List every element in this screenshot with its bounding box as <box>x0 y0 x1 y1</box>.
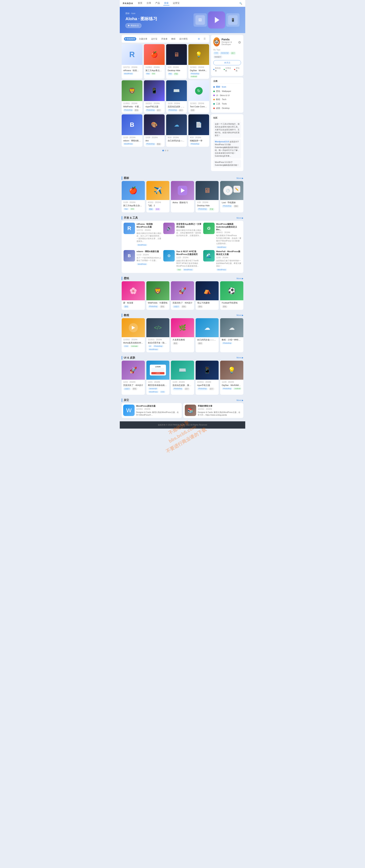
filter-tag-run[interactable]: 运行宝 <box>150 37 159 41</box>
ui-card-5[interactable]: 💡 11/20 · 2019年 DigStar · WinRAM主题 Photo… <box>220 361 243 395</box>
cat-wallpaper[interactable]: 壁纸 · Wallpaper <box>213 89 241 93</box>
card-desktop-hide[interactable]: 🖥 1/20 · 2018年 Desktop Hide Mac 开发 <box>166 44 187 79</box>
other-card-1[interactable]: W WordPress原创主题 12/24日 · 2018年 Designer … <box>122 403 182 418</box>
cat-ui[interactable]: UI · Skins & UI <box>213 93 241 97</box>
card-title: Desktop Hide <box>168 69 185 72</box>
ui-card-4[interactable]: 📱 10/20日 · 2018年 rtype手机主题 Photoshop 设计 <box>196 361 219 395</box>
card-digstar[interactable]: 💡 11/16日 · 2019年 DigStar · WinRAM主题 Phot… <box>189 44 209 79</box>
search-icon[interactable]: 🔍 <box>239 2 242 5</box>
icon-card-2[interactable]: ✈️ 4/10日 · 2019年 飞机 · 2 图标 插画 <box>146 181 170 212</box>
wallpaper-card-5[interactable]: ⚽ Football手机壁纸 壁纸 <box>220 281 243 310</box>
nav-home[interactable]: 首页 <box>137 1 143 5</box>
page-dot-2[interactable] <box>165 150 166 151</box>
filter-tag-theme[interactable]: 主题文章 <box>138 37 148 41</box>
nav-search[interactable]: 搜索 <box>163 1 169 5</box>
tutorial-card-5[interactable]: ☁ 教程：介绍一种特殊制方法 Photoshop <box>220 318 243 352</box>
dev-card-vue[interactable]: ⚙ Vue & REST API打造WordPress主题选项页 11/23 ·… <box>163 250 201 271</box>
tag: UI <box>148 345 152 347</box>
dev-card-voice[interactable]: 🔊 语音登录App效果之一文章开口说话 相信大家在11月份主题上线以后，没有足够… <box>163 223 201 249</box>
ui-more-link[interactable]: More ▶ <box>236 356 243 359</box>
tutorial-card-2[interactable]: </> 11/20日 · 2018年 前后式零开发《告二羊来》的设计... UI… <box>146 318 170 352</box>
ui-card-1-tags: UI设计 壁纸 <box>123 387 143 391</box>
card-arit[interactable]: 🎨 12/20 · 2018年 Arit Photoshop 图标 <box>144 114 165 147</box>
card-title: DigStar · WinRAM主题 <box>190 69 208 72</box>
filter-tag-dev[interactable]: 开发者 <box>160 37 169 41</box>
tag: 插画 <box>155 208 161 211</box>
other-card-2[interactable]: 📚 早期的博客文章 12/24日 · 2018年 Designer & Card… <box>183 403 243 418</box>
dev-card-waterfall[interactable]: 🌊 WaterFall · WordPress极致自定义主题 12/30 · 2… <box>203 250 241 271</box>
nav-yybao[interactable]: 运营宝 <box>172 1 180 5</box>
tag: Photoshop <box>197 208 208 211</box>
other-more-link[interactable]: More ▶ <box>236 399 243 402</box>
tutorial-card-3[interactable]: 🌿 大龙果实教程 教程 <box>171 318 194 352</box>
dev-card-nirvana[interactable]: R niRvana · 轻拟物WordPress主题 12/17日 · 2018… <box>124 223 162 249</box>
card-paper[interactable]: 📄 4/10 · 2018年 纸幅架拼一举 Photoshop <box>189 114 209 147</box>
filter-tag-design[interactable]: 设计师范 <box>178 37 189 41</box>
dev-card-gutenberg[interactable]: G WordPress编辑器Gutenberg创意自定义Blo... 09/30… <box>203 223 241 249</box>
filter-tag-tutorial[interactable]: 教程 <box>170 37 176 41</box>
dev-card-reborn[interactable]: B reborn · 博客&相册主题 11/10 · 2018年 花了一个多月时… <box>124 250 162 271</box>
page-dot-1[interactable] <box>162 150 164 151</box>
icon-card-1[interactable]: 🍎 11/26 · 2018年 第三方App青点击iOS12的Sidebar设计… <box>122 181 145 212</box>
card-title: 自己的同步盒——群晖Nas的开窗云... <box>168 139 185 142</box>
icon-card-1-date: 11/26 · 2018年 <box>123 201 143 204</box>
icon-card-lost[interactable]: 🕐 ✏️ Lost · 手机图标 Photoshop 图标 <box>220 181 243 212</box>
tutorial-card-1[interactable]: 12/20日 · 2018年 Aloha道具动画在Web上的实现 CSS Ani… <box>122 318 145 352</box>
icon-card-2-info: 4/10日 · 2019年 飞机 · 2 图标 插画 <box>146 200 170 212</box>
card-rtype[interactable]: 📱 10/20日 · 2018年 rtype手机主题 Photoshop 设计 <box>144 80 165 113</box>
tag: 设计 <box>184 388 190 390</box>
card-nirvana[interactable]: R 12/17日 · 2018年 niRvana · 轻拟物WordPress主… <box>122 44 142 79</box>
card-date: 11/16日 · 2019年 <box>190 102 208 105</box>
card-sync[interactable]: ☁ 9/10 · 2018年 自己的同步盒——群晖Nas的开窗云... <box>166 114 187 147</box>
dev-more-link[interactable]: More ▶ <box>236 217 243 219</box>
wallpaper-card-4[interactable]: ⛺ 雪山下的露营 壁纸 <box>196 281 219 310</box>
nav-share[interactable]: 分享 <box>146 1 152 5</box>
grid-view-button[interactable]: ⊞ <box>197 36 201 41</box>
ui-card-4-tags: Photoshop 设计 <box>197 387 217 391</box>
featured-card-grid: R 12/17日 · 2018年 niRvana · 轻拟物WordPress主… <box>122 44 209 147</box>
icon-card-dh[interactable]: 🖥 1/20 · 2018年 Desktop Hide Photoshop 开发 <box>196 181 219 212</box>
wallpaper-more-link[interactable]: More ▶ <box>236 277 243 280</box>
tutorial-card-4[interactable]: ☁ 自己的同步盒——群晖Nas的开窗云D... 教程 <box>196 318 219 352</box>
tag-icon: 图标 <box>156 143 161 146</box>
wallpaper-card-1[interactable]: 🌸 爱 · 有深度 壁纸 <box>122 281 145 310</box>
tutorial-more-link[interactable]: More ▶ <box>236 314 243 316</box>
wallpaper-card-2-info: WildFields · 卡通壁纸 Photoshop 壁纸 <box>146 300 170 310</box>
stat-dot-2 <box>224 69 225 70</box>
cat-dot-tutorial <box>213 99 215 100</box>
card-thirdparty[interactable]: 🍎 11/26日 · 2018年 第三方App青点击iOS12的Sidebar设… <box>144 44 165 79</box>
card-info-converter: 11/16日 · 2019年 Text Code Converter 流程 <box>189 101 209 113</box>
wallpaper-card-3[interactable]: 🚀 页面消失了 · 404设计 UI设计 壁纸 <box>171 281 194 310</box>
cat-tutorial[interactable]: 教程 · Tech <box>213 97 241 102</box>
card-liuhua[interactable]: ⌨️ 11/20 · 2018年 流花动态皮肤，搜狗输入法 Photoshop … <box>166 80 187 113</box>
ui-card-3[interactable]: ⌨️ 11/20 · 2018年 流花动态皮肤，搜狗输入法 Photoshop … <box>171 361 194 395</box>
cat-dot-ui <box>213 95 215 96</box>
icons-more-link[interactable]: More ▶ <box>236 177 243 180</box>
ui-card-1[interactable]: 🚀 12/21 · 2018年 页面消失了 · 404设计 UI设计 壁纸 <box>122 361 145 395</box>
card-title: rtype手机主题 <box>145 105 163 108</box>
cat-label-ui: UI · Skins & UI <box>216 94 230 96</box>
page-dot-3[interactable] <box>167 150 168 151</box>
cat-desktop[interactable]: 桌面 · Desktop <box>213 106 241 111</box>
user-menu-icon[interactable]: ⚙ <box>238 40 241 44</box>
card-converter[interactable]: ↻ 11/16日 · 2019年 Text Code Converter 流程 <box>189 80 209 113</box>
tag: 壁纸 <box>132 388 137 390</box>
hero-cta-button[interactable]: ▶ 阅读全文 <box>126 23 141 28</box>
tag: 壁纸 <box>160 305 165 308</box>
list-view-button[interactable]: ☰ <box>202 36 207 41</box>
stat-comments: 评论数 <box>234 67 241 72</box>
icon-card-aloha[interactable]: Aloha · 图标练习 <box>171 181 194 212</box>
ui-card-2[interactable]: LOGIN LOGIN 12/21 · 2018年 网页登录表格动画效果的实现 … <box>146 361 170 395</box>
tag-ps: Photoshop <box>190 143 200 145</box>
nav-product[interactable]: 产品 <box>155 1 161 5</box>
cat-icon[interactable]: 图标 · Icon <box>213 85 241 89</box>
dev-desc-gutenberg: 每天看看关于WordPress 5.0.0的主要功能，你会的！看看关于WordP… <box>216 234 241 245</box>
hero-breadcrumb: 图标 · Icon <box>126 12 157 15</box>
card-wildfields[interactable]: 🦁 11/30日 · 2019年 WildFields · 卡通壁纸 Photo… <box>122 80 142 113</box>
follow-button[interactable]: 未关注 <box>213 60 241 65</box>
filter-tag-smart[interactable]: 智能推荐 <box>124 37 136 41</box>
cat-tools[interactable]: 工具 · Tools <box>213 102 241 106</box>
card-reborn[interactable]: B 11/10 · 2019年 reborn · 博客&相册主题 WordPre… <box>122 114 142 147</box>
dev-tag: Vue <box>176 269 182 271</box>
wallpaper-card-2[interactable]: 🦁 WildFields · 卡通壁纸 Photoshop 壁纸 <box>146 281 170 310</box>
